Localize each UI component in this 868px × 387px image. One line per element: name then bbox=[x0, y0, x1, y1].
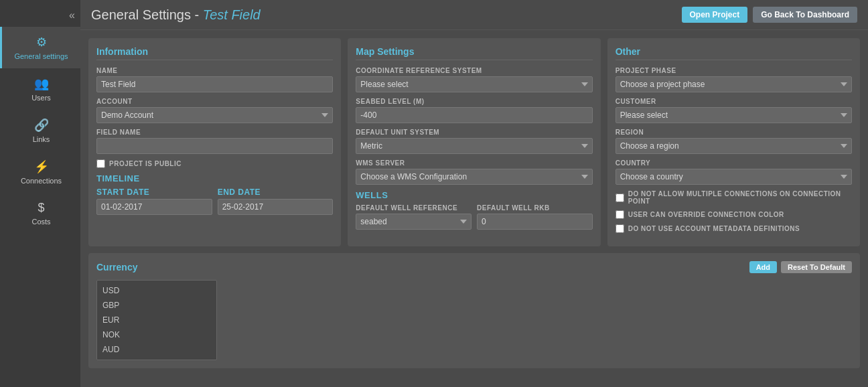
account-label: ACCOUNT bbox=[96, 98, 333, 105]
name-input[interactable] bbox=[96, 76, 333, 92]
crs-label: COORDINATE REFERENCE SYSTEM bbox=[356, 67, 592, 74]
end-date-input[interactable] bbox=[218, 199, 334, 215]
top-panels-row: Information NAME ACCOUNT Demo Account FI… bbox=[88, 38, 860, 246]
checkbox1-label: DO NOT ALLOW MULTIPLE CONNECTIONS ON CON… bbox=[628, 190, 852, 205]
sidebar-item-costs[interactable]: $ Costs bbox=[0, 193, 80, 234]
content-area: Information NAME ACCOUNT Demo Account FI… bbox=[80, 30, 868, 387]
title-separator: - bbox=[195, 7, 203, 22]
date-row: START DATE END DATE bbox=[96, 187, 333, 215]
project-phase-label: PROJECT PHASE bbox=[616, 67, 852, 74]
information-panel: Information NAME ACCOUNT Demo Account FI… bbox=[88, 38, 341, 246]
seabed-input[interactable] bbox=[356, 107, 592, 123]
sidebar-collapse-button[interactable]: « bbox=[0, 7, 80, 27]
title-text: General Settings bbox=[91, 7, 191, 22]
crs-field-group: COORDINATE REFERENCE SYSTEM Please selec… bbox=[356, 67, 592, 92]
add-currency-button[interactable]: Add bbox=[749, 261, 777, 273]
wms-server-label: WMS SERVER bbox=[356, 159, 592, 167]
checkbox1-row: DO NOT ALLOW MULTIPLE CONNECTIONS ON CON… bbox=[616, 190, 852, 205]
account-select[interactable]: Demo Account bbox=[96, 107, 333, 123]
wms-server-field-group: WMS SERVER Choose a WMS Configuration bbox=[356, 159, 592, 185]
connections-icon: ⚡ bbox=[34, 159, 49, 174]
currency-panel-title: Currency bbox=[96, 262, 137, 273]
other-panel-title: Other bbox=[616, 46, 852, 60]
currency-item-usd[interactable]: USD bbox=[97, 283, 216, 298]
multiple-connections-checkbox[interactable] bbox=[616, 194, 624, 202]
unit-system-select[interactable]: Metric bbox=[356, 138, 592, 154]
country-group: COUNTRY Choose a country bbox=[616, 159, 852, 185]
crs-select[interactable]: Please select bbox=[356, 76, 592, 92]
header-buttons: Open Project Go Back To Dashboard bbox=[682, 7, 858, 23]
currency-list: USD GBP EUR NOK AUD bbox=[96, 280, 217, 360]
customer-select[interactable]: Please select bbox=[616, 107, 852, 123]
default-well-ref-select[interactable]: seabed bbox=[356, 214, 472, 230]
links-icon: 🔗 bbox=[34, 118, 49, 133]
field-name-input[interactable] bbox=[96, 138, 333, 154]
general-settings-icon: ⚙ bbox=[36, 35, 47, 50]
checkbox2-row: USER CAN OVERRIDE CONNECTION COLOR bbox=[616, 210, 852, 219]
region-label: REGION bbox=[616, 129, 852, 136]
account-metadata-checkbox[interactable] bbox=[616, 224, 624, 233]
default-well-rkb-group: DEFAULT WELL RKB bbox=[477, 204, 593, 230]
project-name: Test Field bbox=[203, 7, 261, 22]
customer-label: CUSTOMER bbox=[616, 98, 852, 105]
main-content: General Settings - Test Field Open Proje… bbox=[80, 0, 868, 387]
other-panel: Other PROJECT PHASE Choose a project pha… bbox=[607, 38, 860, 246]
wms-server-select[interactable]: Choose a WMS Configuration bbox=[356, 169, 592, 185]
project-phase-select[interactable]: Choose a project phase bbox=[616, 76, 852, 92]
checkbox3-label: DO NOT USE ACCOUNT METADATA DEFINITIONS bbox=[628, 225, 800, 232]
currency-buttons: Add Reset To Default bbox=[749, 261, 852, 273]
start-date-label: START DATE bbox=[96, 187, 212, 197]
project-public-label: PROJECT IS PUBLIC bbox=[109, 160, 182, 167]
map-settings-panel: Map Settings COORDINATE REFERENCE SYSTEM… bbox=[348, 38, 600, 246]
sidebar-item-label: Users bbox=[31, 94, 51, 102]
region-select[interactable]: Choose a region bbox=[616, 138, 852, 154]
currency-item-nok[interactable]: NOK bbox=[97, 327, 216, 342]
project-public-checkbox[interactable] bbox=[96, 159, 105, 168]
go-back-button[interactable]: Go Back To Dashboard bbox=[753, 7, 857, 23]
reset-currency-button[interactable]: Reset To Default bbox=[781, 261, 852, 273]
end-date-group: END DATE bbox=[218, 187, 334, 215]
start-date-group: START DATE bbox=[96, 187, 212, 215]
wells-row: DEFAULT WELL REFERENCE seabed DEFAULT WE… bbox=[356, 204, 592, 235]
customer-group: CUSTOMER Please select bbox=[616, 98, 852, 123]
costs-icon: $ bbox=[38, 201, 44, 215]
wells-label: WELLS bbox=[356, 190, 592, 200]
override-connection-color-checkbox[interactable] bbox=[616, 210, 624, 219]
map-settings-panel-title: Map Settings bbox=[356, 46, 592, 60]
wells-section: WELLS DEFAULT WELL REFERENCE seabed DEFA… bbox=[356, 190, 592, 235]
name-field-group: NAME bbox=[96, 67, 333, 92]
default-well-rkb-input[interactable] bbox=[477, 214, 593, 230]
users-icon: 👥 bbox=[34, 76, 49, 91]
name-label: NAME bbox=[96, 67, 333, 74]
currency-item-aud[interactable]: AUD bbox=[97, 342, 216, 357]
bottom-panels-row: Currency Add Reset To Default USD GBP EU… bbox=[88, 253, 860, 368]
sidebar-item-label: Costs bbox=[31, 218, 50, 226]
start-date-input[interactable] bbox=[96, 199, 212, 215]
default-well-ref-label: DEFAULT WELL REFERENCE bbox=[356, 204, 472, 212]
seabed-label: SEABED LEVEL (M) bbox=[356, 98, 592, 105]
sidebar-item-connections[interactable]: ⚡ Connections bbox=[0, 151, 80, 193]
sidebar-item-users[interactable]: 👥 Users bbox=[0, 68, 80, 110]
end-date-label: END DATE bbox=[218, 187, 334, 197]
country-select[interactable]: Choose a country bbox=[616, 169, 852, 185]
unit-system-label: DEFAULT UNIT SYSTEM bbox=[356, 129, 592, 136]
country-label: COUNTRY bbox=[616, 159, 852, 167]
timeline-label: TIMELINE bbox=[96, 173, 333, 183]
sidebar-item-links[interactable]: 🔗 Links bbox=[0, 110, 80, 151]
default-well-rkb-label: DEFAULT WELL RKB bbox=[477, 204, 593, 212]
sidebar-item-label: General settings bbox=[14, 52, 68, 60]
checkbox3-row: DO NOT USE ACCOUNT METADATA DEFINITIONS bbox=[616, 224, 852, 233]
information-panel-title: Information bbox=[96, 46, 333, 60]
checkbox2-label: USER CAN OVERRIDE CONNECTION COLOR bbox=[628, 211, 784, 218]
currency-item-eur[interactable]: EUR bbox=[97, 313, 216, 327]
sidebar: « ⚙ General settings 👥 Users 🔗 Links ⚡ C… bbox=[0, 0, 80, 387]
sidebar-item-general-settings[interactable]: ⚙ General settings bbox=[0, 27, 80, 68]
currency-item-gbp[interactable]: GBP bbox=[97, 298, 216, 313]
default-well-ref-group: DEFAULT WELL REFERENCE seabed bbox=[356, 204, 472, 230]
currency-header: Currency Add Reset To Default bbox=[96, 261, 852, 273]
open-project-button[interactable]: Open Project bbox=[682, 7, 748, 23]
field-name-group: FIELD NAME bbox=[96, 129, 333, 154]
account-field-group: ACCOUNT Demo Account bbox=[96, 98, 333, 123]
collapse-icon: « bbox=[69, 9, 75, 21]
timeline-section: TIMELINE START DATE END DATE bbox=[96, 173, 333, 215]
